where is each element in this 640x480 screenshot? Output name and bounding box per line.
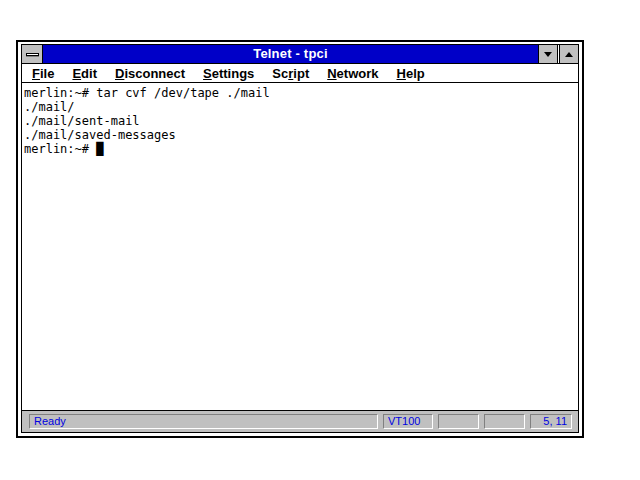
triangle-down-icon <box>544 52 552 57</box>
window-inner-frame: Telnet - tpci File Edit Disconnect Setti… <box>21 44 579 433</box>
menu-item-disconnect[interactable]: Disconnect <box>106 66 194 81</box>
title-bar[interactable]: Telnet - tpci <box>22 45 578 64</box>
system-menu-button[interactable] <box>22 45 43 63</box>
desktop: Telnet - tpci File Edit Disconnect Setti… <box>0 0 640 480</box>
triangle-up-icon <box>565 52 573 57</box>
status-empty-panel <box>438 414 479 429</box>
terminal-line: ./mail/sent-mail <box>24 114 576 128</box>
status-emulation-panel: VT100 <box>383 414 433 429</box>
terminal-line: merlin:~# tar cvf /dev/tape ./mail <box>24 86 576 100</box>
maximize-button[interactable] <box>559 45 578 63</box>
menu-item-network[interactable]: Network <box>318 66 387 81</box>
minimize-button[interactable] <box>538 45 557 63</box>
menu-item-file[interactable]: File <box>23 66 63 81</box>
status-cursor-position-panel: 5, 11 <box>530 414 572 429</box>
terminal-prompt-line: merlin:~# █ <box>24 142 576 156</box>
status-empty-panel <box>484 414 525 429</box>
window-title: Telnet - tpci <box>43 45 538 63</box>
status-message-panel: Ready <box>29 414 378 429</box>
terminal-prompt: merlin:~# <box>24 142 96 156</box>
terminal-cursor: █ <box>96 142 103 156</box>
telnet-window: Telnet - tpci File Edit Disconnect Setti… <box>16 40 584 438</box>
terminal-line: ./mail/ <box>24 100 576 114</box>
menu-item-edit[interactable]: Edit <box>63 66 106 81</box>
menu-item-help[interactable]: Help <box>388 66 434 81</box>
terminal-output[interactable]: merlin:~# tar cvf /dev/tape ./mail ./mai… <box>22 83 578 410</box>
menu-bar: File Edit Disconnect Settings Script Net… <box>22 64 578 83</box>
dash-icon <box>26 53 39 56</box>
menu-item-script[interactable]: Script <box>263 66 318 81</box>
status-bar: Ready VT100 5, 11 <box>22 410 578 432</box>
terminal-line: ./mail/saved-messages <box>24 128 576 142</box>
menu-item-settings[interactable]: Settings <box>194 66 263 81</box>
